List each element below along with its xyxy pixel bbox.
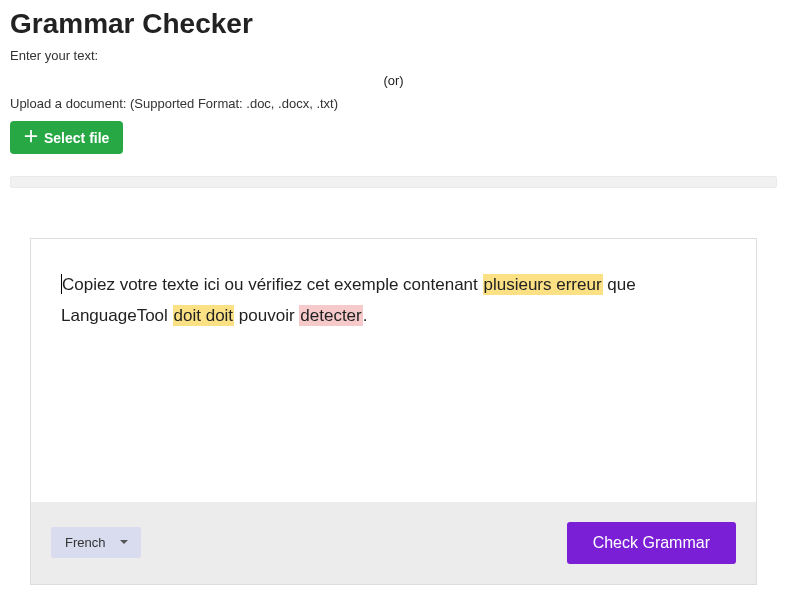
editor-panel: Copiez votre texte ici ou vérifiez cet e… bbox=[30, 238, 757, 585]
text-segment: pouvoir bbox=[234, 306, 299, 325]
language-selected-label: French bbox=[65, 535, 105, 550]
select-file-label: Select file bbox=[44, 130, 109, 146]
select-file-button[interactable]: Select file bbox=[10, 121, 123, 154]
chevron-down-icon bbox=[119, 535, 129, 550]
text-segment: . bbox=[363, 306, 368, 325]
highlight-pink: detecter bbox=[299, 305, 362, 326]
highlight-yellow: plusieurs erreur bbox=[483, 274, 603, 295]
enter-text-label: Enter your text: bbox=[10, 48, 777, 63]
page-title: Grammar Checker bbox=[10, 8, 777, 40]
check-grammar-button[interactable]: Check Grammar bbox=[567, 522, 736, 564]
text-segment: Copiez votre texte ici ou vérifiez cet e… bbox=[62, 275, 483, 294]
or-label: (or) bbox=[10, 73, 777, 88]
separator-bar bbox=[10, 176, 777, 188]
text-editor[interactable]: Copiez votre texte ici ou vérifiez cet e… bbox=[31, 239, 756, 502]
plus-icon bbox=[24, 129, 38, 146]
editor-footer: French Check Grammar bbox=[31, 502, 756, 584]
language-select[interactable]: French bbox=[51, 527, 141, 558]
highlight-yellow: doit doit bbox=[173, 305, 235, 326]
upload-label: Upload a document: (Supported Format: .d… bbox=[10, 96, 777, 111]
